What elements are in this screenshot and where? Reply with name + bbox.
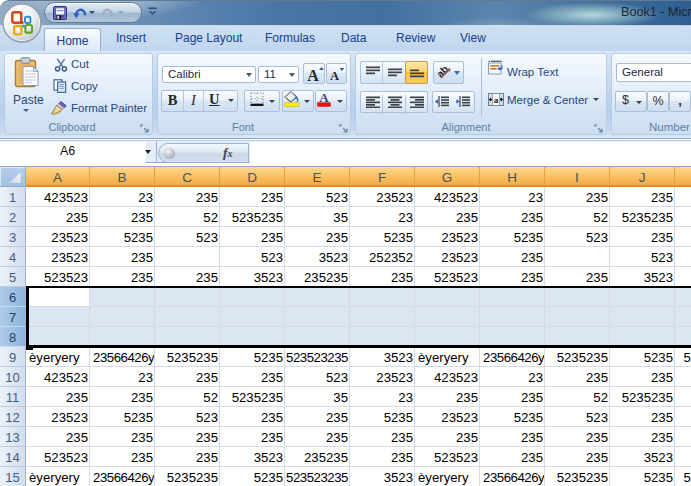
svg-text:A: A [319,91,329,105]
svg-text:A: A [330,69,339,82]
svg-text:a: a [494,95,499,105]
svg-text:A: A [307,67,319,83]
